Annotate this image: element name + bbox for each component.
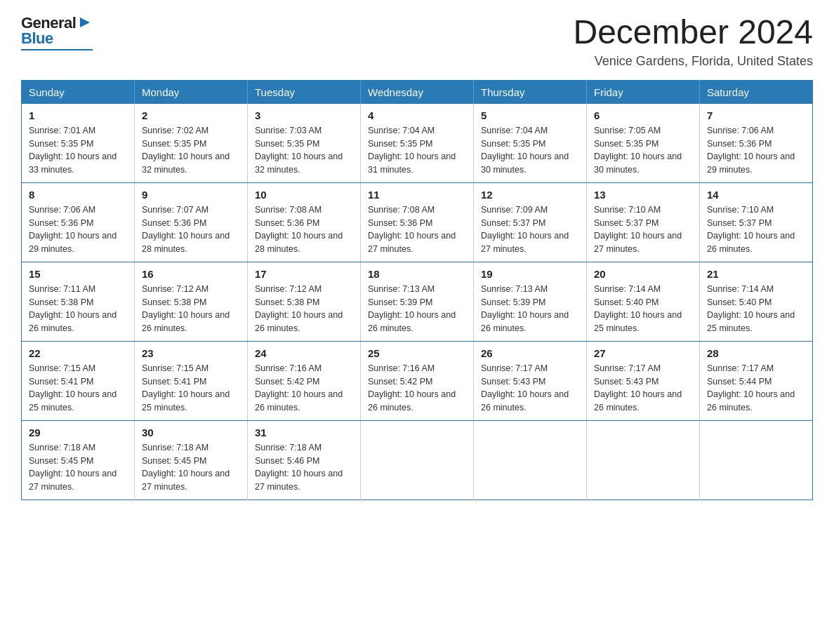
day-number: 4	[368, 109, 466, 121]
logo-arrow-icon	[77, 15, 93, 30]
day-info: Sunrise: 7:07 AMSunset: 5:36 PMDaylight:…	[142, 203, 240, 256]
title-block: December 2024 Venice Gardens, Florida, U…	[573, 14, 813, 69]
calendar-cell	[587, 420, 700, 499]
calendar-cell: 27Sunrise: 7:17 AMSunset: 5:43 PMDayligh…	[587, 341, 700, 420]
calendar-cell: 23Sunrise: 7:15 AMSunset: 5:41 PMDayligh…	[135, 341, 248, 420]
day-info: Sunrise: 7:08 AMSunset: 5:36 PMDaylight:…	[368, 203, 466, 256]
day-number: 6	[594, 109, 692, 121]
calendar-cell: 3Sunrise: 7:03 AMSunset: 5:35 PMDaylight…	[248, 104, 361, 183]
calendar-cell: 2Sunrise: 7:02 AMSunset: 5:35 PMDaylight…	[135, 104, 248, 183]
day-number: 28	[707, 347, 805, 359]
day-info: Sunrise: 7:06 AMSunset: 5:36 PMDaylight:…	[707, 124, 805, 177]
logo-underline	[21, 49, 93, 51]
calendar-cell: 13Sunrise: 7:10 AMSunset: 5:37 PMDayligh…	[587, 182, 700, 262]
calendar-week-row: 1Sunrise: 7:01 AMSunset: 5:35 PMDaylight…	[22, 104, 813, 183]
calendar-cell: 1Sunrise: 7:01 AMSunset: 5:35 PMDaylight…	[22, 104, 135, 183]
day-info: Sunrise: 7:17 AMSunset: 5:43 PMDaylight:…	[481, 362, 579, 415]
calendar-cell: 4Sunrise: 7:04 AMSunset: 5:35 PMDaylight…	[361, 104, 474, 183]
day-info: Sunrise: 7:18 AMSunset: 5:46 PMDaylight:…	[255, 441, 353, 494]
day-info: Sunrise: 7:15 AMSunset: 5:41 PMDaylight:…	[29, 362, 127, 415]
calendar-cell: 14Sunrise: 7:10 AMSunset: 5:37 PMDayligh…	[700, 182, 813, 262]
calendar-week-row: 22Sunrise: 7:15 AMSunset: 5:41 PMDayligh…	[22, 341, 813, 420]
calendar-week-row: 15Sunrise: 7:11 AMSunset: 5:38 PMDayligh…	[22, 262, 813, 341]
calendar-cell: 12Sunrise: 7:09 AMSunset: 5:37 PMDayligh…	[474, 182, 587, 262]
day-number: 31	[255, 427, 353, 438]
column-header-saturday: Saturday	[700, 80, 813, 104]
day-info: Sunrise: 7:11 AMSunset: 5:38 PMDaylight:…	[29, 283, 127, 335]
calendar-title: December 2024	[573, 14, 813, 51]
day-number: 2	[142, 109, 240, 121]
day-info: Sunrise: 7:17 AMSunset: 5:43 PMDaylight:…	[594, 362, 692, 415]
day-info: Sunrise: 7:04 AMSunset: 5:35 PMDaylight:…	[481, 124, 579, 177]
calendar-cell: 19Sunrise: 7:13 AMSunset: 5:39 PMDayligh…	[474, 262, 587, 341]
calendar-cell: 29Sunrise: 7:18 AMSunset: 5:45 PMDayligh…	[22, 420, 135, 499]
calendar-cell: 5Sunrise: 7:04 AMSunset: 5:35 PMDaylight…	[474, 104, 587, 183]
day-info: Sunrise: 7:04 AMSunset: 5:35 PMDaylight:…	[368, 124, 466, 177]
day-number: 3	[255, 109, 353, 121]
calendar-week-row: 29Sunrise: 7:18 AMSunset: 5:45 PMDayligh…	[22, 420, 813, 499]
day-info: Sunrise: 7:17 AMSunset: 5:44 PMDaylight:…	[707, 362, 805, 415]
day-info: Sunrise: 7:12 AMSunset: 5:38 PMDaylight:…	[142, 283, 240, 335]
column-header-tuesday: Tuesday	[248, 80, 361, 104]
day-number: 30	[142, 427, 240, 438]
calendar-cell	[361, 420, 474, 499]
calendar-cell: 30Sunrise: 7:18 AMSunset: 5:45 PMDayligh…	[135, 420, 248, 499]
calendar-cell: 16Sunrise: 7:12 AMSunset: 5:38 PMDayligh…	[135, 262, 248, 341]
calendar-cell: 8Sunrise: 7:06 AMSunset: 5:36 PMDaylight…	[22, 182, 135, 262]
day-number: 23	[142, 347, 240, 359]
svg-marker-0	[80, 18, 90, 27]
calendar-cell: 7Sunrise: 7:06 AMSunset: 5:36 PMDaylight…	[700, 104, 813, 183]
day-info: Sunrise: 7:05 AMSunset: 5:35 PMDaylight:…	[594, 124, 692, 177]
column-header-wednesday: Wednesday	[361, 80, 474, 104]
calendar-header-row: SundayMondayTuesdayWednesdayThursdayFrid…	[22, 80, 813, 104]
day-number: 11	[368, 189, 466, 201]
calendar-cell: 21Sunrise: 7:14 AMSunset: 5:40 PMDayligh…	[700, 262, 813, 341]
logo: General Blue	[21, 14, 93, 51]
day-number: 18	[368, 268, 466, 280]
column-header-friday: Friday	[587, 80, 700, 104]
day-number: 17	[255, 268, 353, 280]
day-info: Sunrise: 7:15 AMSunset: 5:41 PMDaylight:…	[142, 362, 240, 415]
day-info: Sunrise: 7:02 AMSunset: 5:35 PMDaylight:…	[142, 124, 240, 177]
day-info: Sunrise: 7:12 AMSunset: 5:38 PMDaylight:…	[255, 283, 353, 335]
day-number: 25	[368, 347, 466, 359]
column-header-thursday: Thursday	[474, 80, 587, 104]
logo-blue: Blue	[21, 29, 53, 48]
day-info: Sunrise: 7:06 AMSunset: 5:36 PMDaylight:…	[29, 203, 127, 256]
day-info: Sunrise: 7:16 AMSunset: 5:42 PMDaylight:…	[255, 362, 353, 415]
day-info: Sunrise: 7:14 AMSunset: 5:40 PMDaylight:…	[707, 283, 805, 335]
calendar-cell: 24Sunrise: 7:16 AMSunset: 5:42 PMDayligh…	[248, 341, 361, 420]
day-number: 7	[707, 109, 805, 121]
day-number: 27	[594, 347, 692, 359]
calendar-cell: 10Sunrise: 7:08 AMSunset: 5:36 PMDayligh…	[248, 182, 361, 262]
day-number: 26	[481, 347, 579, 359]
column-header-sunday: Sunday	[22, 80, 135, 104]
calendar-cell: 15Sunrise: 7:11 AMSunset: 5:38 PMDayligh…	[22, 262, 135, 341]
calendar-subtitle: Venice Gardens, Florida, United States	[573, 54, 813, 69]
column-header-monday: Monday	[135, 80, 248, 104]
day-info: Sunrise: 7:10 AMSunset: 5:37 PMDaylight:…	[707, 203, 805, 256]
day-number: 21	[707, 268, 805, 280]
day-info: Sunrise: 7:10 AMSunset: 5:37 PMDaylight:…	[594, 203, 692, 256]
day-number: 19	[481, 268, 579, 280]
calendar-cell: 11Sunrise: 7:08 AMSunset: 5:36 PMDayligh…	[361, 182, 474, 262]
day-number: 12	[481, 189, 579, 201]
day-number: 13	[594, 189, 692, 201]
day-number: 22	[29, 347, 127, 359]
day-info: Sunrise: 7:18 AMSunset: 5:45 PMDaylight:…	[142, 441, 240, 494]
calendar-cell: 6Sunrise: 7:05 AMSunset: 5:35 PMDaylight…	[587, 104, 700, 183]
day-number: 29	[29, 427, 127, 438]
calendar-cell	[474, 420, 587, 499]
calendar-cell: 18Sunrise: 7:13 AMSunset: 5:39 PMDayligh…	[361, 262, 474, 341]
calendar-cell: 26Sunrise: 7:17 AMSunset: 5:43 PMDayligh…	[474, 341, 587, 420]
day-number: 8	[29, 189, 127, 201]
day-number: 16	[142, 268, 240, 280]
calendar-cell: 28Sunrise: 7:17 AMSunset: 5:44 PMDayligh…	[700, 341, 813, 420]
calendar-cell: 31Sunrise: 7:18 AMSunset: 5:46 PMDayligh…	[248, 420, 361, 499]
calendar-cell: 25Sunrise: 7:16 AMSunset: 5:42 PMDayligh…	[361, 341, 474, 420]
calendar-cell: 9Sunrise: 7:07 AMSunset: 5:36 PMDaylight…	[135, 182, 248, 262]
calendar-cell: 22Sunrise: 7:15 AMSunset: 5:41 PMDayligh…	[22, 341, 135, 420]
day-info: Sunrise: 7:16 AMSunset: 5:42 PMDaylight:…	[368, 362, 466, 415]
day-info: Sunrise: 7:09 AMSunset: 5:37 PMDaylight:…	[481, 203, 579, 256]
day-number: 9	[142, 189, 240, 201]
